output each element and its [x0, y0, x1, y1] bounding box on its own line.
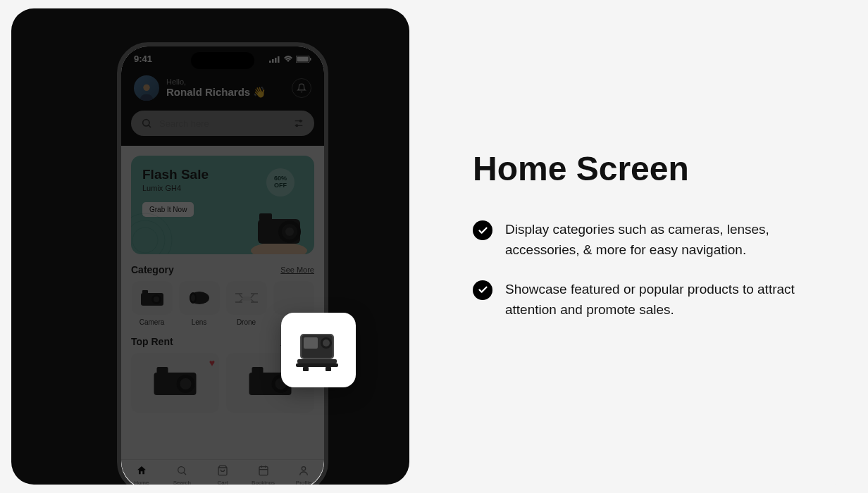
signal-icon — [269, 56, 280, 63]
svg-rect-43 — [252, 367, 264, 374]
greeting-label: Hello, — [166, 77, 285, 86]
phone-notch — [191, 52, 254, 69]
bell-icon — [297, 83, 306, 93]
camera-icon — [140, 289, 165, 307]
category-see-more[interactable]: See More — [280, 266, 314, 274]
wifi-icon — [283, 56, 293, 63]
bullet-item: Display categories such as cameras, lens… — [473, 219, 814, 261]
svg-rect-54 — [303, 367, 309, 371]
svg-rect-52 — [297, 359, 337, 363]
bullet-text: Showcase featured or popular products to… — [505, 279, 814, 320]
heart-icon[interactable]: ♥ — [209, 357, 215, 368]
category-item-camera[interactable]: Camera — [131, 281, 173, 326]
svg-rect-45 — [259, 467, 268, 475]
calendar-icon — [258, 465, 269, 476]
category-label: Lens — [178, 318, 220, 326]
bottom-nav: Home Search Cart Bookings — [121, 459, 324, 485]
category-label: Drone — [225, 318, 267, 326]
svg-point-22 — [154, 297, 159, 302]
discount-badge: 60% OFF — [266, 168, 294, 196]
nav-label: Cart — [202, 480, 243, 485]
svg-point-46 — [302, 467, 306, 470]
category-label: Camera — [131, 318, 173, 326]
nav-home[interactable]: Home — [121, 465, 162, 485]
battery-icon — [296, 56, 311, 63]
nav-search[interactable]: Search — [162, 465, 203, 485]
action-camera-icon — [293, 327, 344, 373]
svg-point-17 — [131, 213, 172, 254]
svg-line-32 — [239, 294, 242, 298]
category-title: Category — [131, 264, 174, 275]
presentation-card: 9:41 Hello, Ronald Richards 👋 — [11, 8, 857, 485]
svg-rect-49 — [304, 337, 318, 349]
greeting: Hello, Ronald Richards 👋 — [166, 77, 285, 99]
svg-rect-39 — [157, 367, 168, 374]
phone-screen: 9:41 Hello, Ronald Richards 👋 — [121, 46, 324, 485]
search-icon — [141, 118, 152, 129]
nav-label: Bookings — [243, 480, 284, 485]
description-panel: Home Screen Display categories such as c… — [409, 8, 857, 485]
notification-button[interactable] — [292, 78, 311, 98]
drone-icon — [232, 289, 261, 306]
page-title: Home Screen — [473, 149, 814, 188]
category-popout — [281, 313, 356, 387]
svg-point-7 — [143, 85, 149, 91]
svg-point-10 — [296, 125, 298, 127]
cart-icon — [217, 465, 228, 476]
search-input[interactable] — [159, 118, 286, 129]
status-icons — [269, 56, 311, 63]
user-name: Ronald Richards 👋 — [166, 86, 285, 99]
home-icon — [136, 465, 147, 476]
nav-cart[interactable]: Cart — [202, 465, 243, 485]
svg-point-38 — [180, 378, 192, 389]
lens-icon — [187, 289, 212, 307]
rent-card[interactable]: ♥ — [131, 353, 219, 413]
svg-rect-23 — [142, 290, 148, 294]
svg-rect-6 — [310, 58, 311, 61]
svg-rect-3 — [278, 56, 280, 63]
svg-point-11 — [251, 242, 307, 254]
phone-preview-panel: 9:41 Hello, Ronald Richards 👋 — [11, 8, 409, 485]
svg-rect-5 — [297, 56, 309, 61]
svg-rect-0 — [269, 61, 271, 63]
status-time: 9:41 — [134, 54, 152, 64]
nav-profile[interactable]: Profile — [283, 465, 324, 485]
check-icon — [473, 220, 492, 240]
svg-point-8 — [143, 120, 149, 126]
search-icon — [176, 465, 187, 476]
top-rent-title: Top Rent — [131, 336, 173, 347]
svg-rect-53 — [296, 363, 338, 367]
svg-line-33 — [251, 294, 254, 298]
svg-rect-2 — [275, 58, 277, 63]
badge-off: OFF — [274, 182, 287, 189]
app-header: Hello, Ronald Richards 👋 — [121, 68, 324, 111]
category-item-lens[interactable]: Lens — [178, 281, 220, 326]
nav-label: Search — [162, 480, 203, 485]
camera-image — [237, 198, 314, 254]
promo-card[interactable]: Flash Sale Lumix GH4 Grab It Now 60% OFF — [131, 156, 314, 254]
svg-point-44 — [178, 467, 185, 473]
svg-rect-27 — [242, 297, 251, 301]
svg-point-51 — [323, 339, 330, 347]
profile-icon — [298, 465, 309, 476]
nav-label: Profile — [283, 480, 324, 485]
check-icon — [473, 280, 492, 300]
svg-rect-16 — [259, 213, 272, 220]
svg-point-26 — [191, 294, 195, 301]
svg-rect-55 — [326, 367, 331, 371]
phone-frame: 9:41 Hello, Ronald Richards 👋 — [117, 42, 328, 485]
decor-circles-icon — [131, 212, 173, 254]
svg-rect-1 — [272, 59, 274, 63]
svg-point-9 — [299, 120, 302, 122]
bullet-item: Showcase featured or popular products to… — [473, 279, 814, 320]
avatar[interactable] — [134, 75, 159, 101]
nav-label: Home — [121, 480, 162, 485]
svg-point-19 — [132, 227, 158, 253]
nav-bookings[interactable]: Bookings — [243, 465, 284, 485]
filter-icon[interactable] — [293, 118, 304, 129]
category-header: Category See More — [131, 264, 314, 275]
svg-point-15 — [285, 227, 294, 236]
search-bar[interactable] — [131, 111, 314, 136]
bullet-text: Display categories such as cameras, lens… — [505, 219, 814, 261]
category-item-drone[interactable]: Drone — [225, 281, 267, 326]
